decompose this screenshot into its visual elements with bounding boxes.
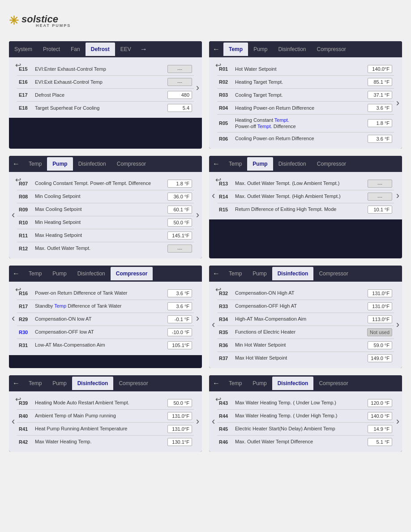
nav-right-arrow[interactable]: › — [394, 318, 401, 331]
tab-Compressor[interactable]: Compressor — [313, 267, 353, 280]
tab-System[interactable]: System — [9, 43, 38, 56]
nav-right-arrow[interactable]: › — [394, 96, 401, 110]
tab-[interactable]: ← — [209, 158, 223, 170]
tab-Pump[interactable]: Pump — [247, 377, 272, 390]
tab-Pump[interactable]: Pump — [47, 377, 72, 390]
row-value: 5.4 — [150, 102, 194, 115]
undo-icon[interactable]: ↩ — [15, 176, 21, 184]
table-row: R17Standby Temp Difference of Tank Water… — [17, 300, 194, 313]
nav-left-arrow[interactable]: ‹ — [10, 312, 17, 325]
tab-Pump[interactable]: Pump — [47, 157, 73, 171]
tab-Compressor[interactable]: Compressor — [113, 377, 153, 390]
nav-right-arrow[interactable]: › — [394, 189, 401, 202]
panel-5-body: ↩‹›R16Power-on Return Difference of Tank… — [9, 282, 202, 355]
row-desc: Return Difference of Exiting High Tempt.… — [233, 203, 361, 216]
nav-left-arrow[interactable]: ‹ — [10, 415, 17, 428]
table-row: R39Heating Mode Auto Restart Ambient Tem… — [17, 397, 194, 410]
row-desc: Max Cooling Setpoint — [33, 203, 163, 216]
table-row: R14Max. Outlet Water Tempt. (High Ambien… — [217, 190, 394, 203]
row-desc: Max Hot Water Setpoint — [233, 352, 350, 365]
tab-Temp[interactable]: Temp — [223, 267, 247, 280]
tab-Temp[interactable]: Temp — [23, 267, 47, 280]
tab-[interactable]: ← — [9, 268, 23, 279]
panel-5: ←TempPumpDisinfectionCompressor↩‹›R16Pow… — [9, 266, 202, 368]
tab-Temp[interactable]: Temp — [223, 377, 247, 390]
tab-Pump[interactable]: Pump — [47, 267, 72, 280]
row-id: E16 — [17, 76, 33, 89]
panel-2-table: R01Hot Water Setpoint140.0°FR02Heating T… — [217, 63, 394, 145]
undo-icon[interactable]: ↩ — [215, 395, 221, 403]
tab-Pump[interactable]: Pump — [247, 267, 272, 280]
nav-right-arrow[interactable]: › — [194, 415, 201, 428]
row-value: 50.0 °F — [163, 216, 194, 229]
table-row: R36Min Hot Water Setpoint59.0 °F — [217, 339, 394, 352]
tab-Disinfection[interactable]: Disinfection — [273, 43, 311, 56]
table-row: R12Max. Outlet Water Tempt.--- — [17, 242, 194, 255]
tab-[interactable]: ← — [9, 158, 23, 170]
table-row: R29Compensation-ON low AT-0.1 °F — [17, 313, 194, 326]
tab-Compressor[interactable]: Compressor — [313, 377, 353, 390]
row-desc: Heat Pump Running Ambient Temperature — [33, 422, 158, 435]
tab-Temp[interactable]: Temp — [23, 377, 47, 390]
row-value: -10.0 °F — [157, 326, 194, 339]
tab-[interactable]: ← — [9, 378, 23, 389]
nav-right-arrow[interactable]: › — [194, 81, 201, 94]
nav-right-arrow[interactable]: › — [194, 312, 201, 325]
row-desc: Heating Target Tempt. — [233, 76, 353, 89]
row-value: 131.0°F — [350, 300, 394, 313]
undo-icon[interactable]: ↩ — [15, 61, 21, 69]
tab-Compressor[interactable]: Compressor — [111, 157, 151, 171]
tab-Temp[interactable]: Temp — [223, 157, 247, 171]
tab-Protect[interactable]: Protect — [38, 43, 65, 56]
nav-left-arrow[interactable]: ‹ — [10, 208, 17, 222]
tab-Disinfection[interactable]: Disinfection — [72, 377, 114, 390]
tab-Temp[interactable]: Temp — [23, 157, 47, 171]
tab-[interactable]: ← — [209, 43, 223, 55]
undo-icon[interactable]: ↩ — [15, 285, 21, 294]
tab-Disinfection[interactable]: Disinfection — [72, 267, 111, 280]
nav-left-arrow[interactable]: ‹ — [210, 415, 217, 428]
row-id: R05 — [217, 115, 233, 133]
row-desc: Ambient Temp of Main Pump running — [33, 409, 158, 422]
undo-icon[interactable]: ↩ — [215, 61, 221, 69]
tab-Compressor[interactable]: Compressor — [312, 43, 351, 56]
table-row: R46Max. Outlet Water Tempt Difference5.1… — [217, 435, 394, 448]
undo-icon[interactable]: ↩ — [15, 395, 21, 403]
tab-Disinfection[interactable]: Disinfection — [272, 377, 314, 390]
tab-[interactable]: ← — [209, 268, 223, 279]
row-desc: Max. Outlet Water Tempt Difference — [233, 435, 360, 448]
tab-[interactable]: → — [137, 43, 151, 55]
tab-Disinfection[interactable]: Disinfection — [73, 157, 111, 171]
tab-Temp[interactable]: Temp — [223, 43, 248, 56]
tab-Compressor[interactable]: Compressor — [111, 267, 153, 280]
tab-Pump[interactable]: Pump — [247, 157, 273, 171]
row-desc: Compensation-ON High AT — [233, 287, 350, 300]
tab-[interactable]: ← — [209, 378, 223, 389]
undo-icon[interactable]: ↩ — [215, 285, 221, 294]
table-row: R37Max Hot Water Setpoint149.0 °F — [217, 352, 394, 365]
tab-Disinfection[interactable]: Disinfection — [272, 267, 314, 280]
nav-left-arrow[interactable]: ‹ — [210, 318, 217, 331]
tab-EEV[interactable]: EEV — [115, 43, 137, 56]
panel-8-table: R43Max Water Heating Temp. ( Under Low T… — [217, 397, 394, 448]
table-row: R45Electric Heater Start(No Delay) Ambie… — [217, 422, 394, 435]
nav-left-arrow[interactable]: ‹ — [210, 189, 217, 202]
nav-right-arrow[interactable]: › — [394, 415, 401, 428]
undo-icon[interactable]: ↩ — [215, 176, 221, 184]
row-id: R40 — [17, 409, 33, 422]
row-desc: Max. Outlet Water Tempt. (High Ambient T… — [233, 190, 361, 203]
logo-sun-icon: ✳ — [9, 14, 19, 28]
tab-Compressor[interactable]: Compressor — [312, 157, 351, 171]
row-id: R37 — [217, 352, 233, 365]
tab-Fan[interactable]: Fan — [65, 43, 86, 56]
row-value: 3.6 °F — [157, 300, 194, 313]
row-id: R10 — [17, 216, 33, 229]
panel-2: ←TempPumpDisinfectionCompressor↩›R01Hot … — [209, 41, 402, 149]
panel-1-body: ↩›E15EVI:Enter Exhaust-Control Temp---E1… — [9, 57, 202, 118]
nav-right-arrow[interactable]: › — [194, 208, 201, 222]
row-id: R11 — [17, 229, 33, 242]
table-row: R09Max Cooling Setpoint60.1 °F — [17, 203, 194, 216]
tab-Disinfection[interactable]: Disinfection — [273, 157, 312, 171]
tab-Defrost[interactable]: Defrost — [86, 43, 115, 56]
tab-Pump[interactable]: Pump — [248, 43, 273, 56]
